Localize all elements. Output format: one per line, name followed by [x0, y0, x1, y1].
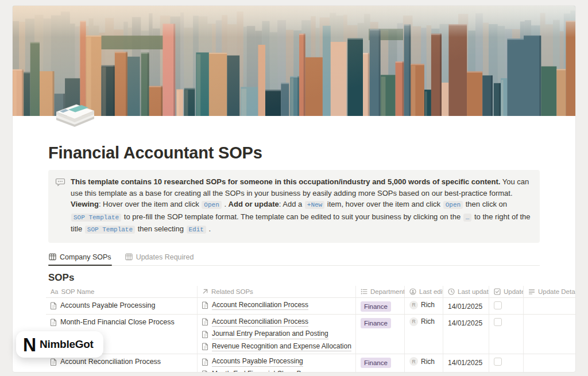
- department-badge: Finance: [361, 318, 391, 328]
- update-details-cell[interactable]: [524, 298, 575, 314]
- avatar: R: [409, 301, 418, 309]
- tab-company-sops[interactable]: Company SOPs: [48, 251, 112, 265]
- column-header-update[interactable]: Update: [489, 286, 524, 297]
- related-sops-cell[interactable]: Account Reconciliation ProcessJournal En…: [198, 315, 356, 354]
- sop-name-link[interactable]: Accounts Payable Processing: [60, 301, 155, 310]
- column-label: Related SOPs: [211, 288, 253, 295]
- department-cell[interactable]: Finance: [356, 315, 405, 354]
- related-sops-cell[interactable]: Accounts Payable ProcessingMonth-End Fin…: [198, 354, 356, 372]
- last-edit-cell[interactable]: RRich: [405, 354, 443, 372]
- sop-name-link[interactable]: Month-End Financial Close Process: [60, 318, 175, 327]
- page-icon: [202, 301, 208, 309]
- related-sop-link[interactable]: Accounts Payable Processing: [202, 357, 351, 367]
- instructions-callout: This template contains 10 researched SOP…: [48, 170, 540, 243]
- update-checkbox[interactable]: [494, 318, 502, 326]
- related-sop-title: Accounts Payable Processing: [212, 357, 303, 367]
- page-icon: [202, 358, 208, 366]
- column-header-department[interactable]: Department: [356, 286, 405, 297]
- department-badge: Finance: [361, 358, 391, 368]
- inline-code: SOP Template: [71, 214, 121, 222]
- last-update-date: 14/01/2025: [448, 319, 482, 327]
- update-details-cell[interactable]: [524, 315, 575, 354]
- person-name: Rich: [421, 358, 435, 366]
- inline-code: Open: [202, 201, 221, 209]
- related-sop-link[interactable]: Month-End Financial Close Process: [202, 370, 351, 373]
- sops-table: AaSOP NameRelated SOPsDepartmentLast edi…: [46, 286, 575, 373]
- update-details-cell[interactable]: [524, 354, 575, 372]
- page-icon: [202, 331, 208, 338]
- related-sop-title: Journal Entry Preparation and Posting: [212, 330, 328, 339]
- column-header-last-edit[interactable]: Last edit: [405, 286, 443, 297]
- page-icon: [51, 358, 57, 366]
- update-checkbox[interactable]: [494, 358, 502, 366]
- clock-icon: [448, 288, 455, 295]
- sop-name-cell[interactable]: Accounts Payable Processing: [46, 298, 198, 314]
- column-label: Update: [504, 288, 524, 295]
- update-cell: [489, 315, 524, 354]
- avatar: R: [409, 317, 418, 326]
- nimblegot-logo-icon: N: [23, 335, 36, 354]
- person-icon: [409, 288, 416, 295]
- tab-updates-required[interactable]: Updates Required: [125, 251, 195, 265]
- page-icon: [202, 343, 208, 350]
- callout-text: This template contains 10 researched SOP…: [71, 176, 532, 236]
- inline-code: SOP Template: [85, 226, 135, 234]
- related-sop-title: Account Reconciliation Process: [212, 317, 308, 327]
- sop-name-link[interactable]: Account Reconciliation Process: [60, 358, 161, 366]
- inline-code: Open: [443, 201, 463, 209]
- nimblegot-brand-badge[interactable]: N NimbleGot: [16, 331, 103, 358]
- update-cell: [489, 354, 524, 372]
- page-icon: [202, 318, 208, 325]
- table-row: Accounts Payable ProcessingAccount Recon…: [46, 298, 575, 315]
- related-sop-title: Month-End Financial Close Process: [212, 370, 322, 373]
- page-icon: [202, 370, 208, 372]
- table-icon: [125, 253, 133, 261]
- last-update-cell[interactable]: 14/01/2025: [443, 354, 489, 372]
- inline-code: +New: [305, 201, 324, 209]
- callout-paragraph-1: This template contains 10 researched SOP…: [71, 176, 532, 199]
- page-card: Financial Accountant SOPs This template …: [13, 6, 575, 372]
- last-edit-cell[interactable]: RRich: [405, 315, 443, 354]
- page-icon: [51, 319, 57, 326]
- last-update-cell[interactable]: 14/01/2025: [443, 315, 489, 354]
- callout-paragraph-2: Viewing: Hover over the item and click O…: [71, 199, 532, 236]
- related-sops-cell[interactable]: Account Reconciliation Process: [198, 298, 356, 314]
- update-checkbox[interactable]: [494, 301, 502, 309]
- column-label: SOP Name: [61, 288, 94, 295]
- tab-label: Company SOPs: [60, 253, 111, 261]
- department-badge: Finance: [361, 301, 391, 312]
- database-title: SOPs: [48, 272, 540, 284]
- last-update-cell[interactable]: 14/01/2025: [443, 298, 489, 314]
- related-sop-title: Revenue Recognition and Expense Allocati…: [212, 342, 351, 352]
- column-header-sop-name[interactable]: AaSOP Name: [46, 286, 198, 297]
- column-header-update-details[interactable]: Update Details: [524, 286, 575, 297]
- table-row: Month-End Financial Close ProcessAccount…: [46, 315, 575, 355]
- table-header-row: AaSOP NameRelated SOPsDepartmentLast edi…: [46, 286, 575, 298]
- avatar: R: [409, 357, 418, 366]
- last-update-date: 14/01/2025: [448, 358, 482, 367]
- related-sop-link[interactable]: Revenue Recognition and Expense Allocati…: [202, 342, 351, 352]
- table-row: Account Reconciliation ProcessAccounts P…: [46, 354, 575, 372]
- relation-icon: [202, 288, 208, 294]
- select-icon: [361, 288, 368, 295]
- page-icon-paper-stack[interactable]: [49, 95, 99, 127]
- department-cell[interactable]: Finance: [356, 354, 405, 372]
- page-icon: [51, 302, 57, 309]
- related-sop-link[interactable]: Account Reconciliation Process: [202, 317, 351, 327]
- column-label: Last update: [458, 288, 489, 295]
- view-tabs: Company SOPs Updates Required: [48, 251, 540, 266]
- person-name: Rich: [421, 317, 435, 325]
- column-header-last-update[interactable]: Last update: [443, 286, 489, 297]
- related-sop-link[interactable]: Account Reconciliation Process: [202, 301, 351, 311]
- last-edit-cell[interactable]: RRich: [405, 298, 443, 314]
- page-title[interactable]: Financial Accountant SOPs: [48, 144, 540, 162]
- update-cell: [489, 298, 524, 314]
- column-header-related-sops[interactable]: Related SOPs: [198, 286, 356, 297]
- person-name: Rich: [421, 301, 435, 309]
- related-sop-link[interactable]: Journal Entry Preparation and Posting: [202, 330, 351, 339]
- brand-name: NimbleGot: [40, 338, 93, 351]
- inline-code: …: [463, 214, 472, 222]
- speech-bubble-icon: [55, 176, 65, 236]
- department-cell[interactable]: Finance: [356, 298, 405, 314]
- column-label: Last edit: [419, 288, 443, 295]
